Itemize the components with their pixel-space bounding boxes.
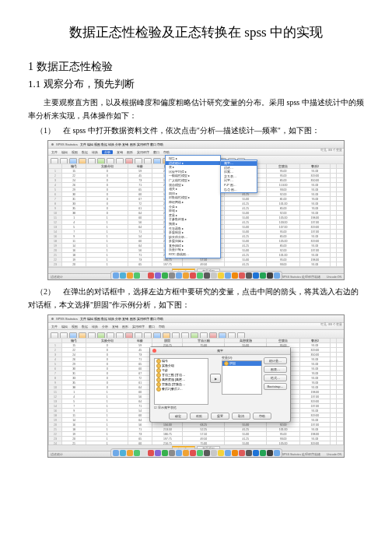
screenshot-1: SPSS Statistics 文件 编辑 视图 数据 转换 分析 直销 图形 … [47,140,345,280]
section-1: 1 数据正态性检验 [28,60,364,74]
dialog-title: 频率 [150,347,290,355]
app-menubar[interactable]: 文件编辑视图数据转换分析直销图形实用程序窗口帮助 [48,323,344,330]
move-right-button[interactable]: ▶ [210,374,221,383]
screenshot-2: SPSS Statistics 文件 编辑 视图 数据 转换 分析 直销 图形 … [47,314,345,458]
reset-button[interactable]: 重置 [211,413,229,420]
paste-button[interactable]: 粘贴 [190,413,208,420]
descriptives-submenu[interactable]: 频率…描述…探索…交叉表…比率…P-P 图…Q-Q 图… [220,160,257,193]
source-vars-list[interactable]: 编号实验分组年龄甘油三酯 [甘油…高密度脂 [高密…空腹血 [空腹血…餐后2 [… [154,358,208,405]
status-bar: 描述统计IBM SPSS Statistics 处理程序就绪 Unicode:O… [48,451,344,457]
help-button[interactable]: 帮助 [253,413,271,420]
analyze-menu[interactable]: 报告 ▸描述统计 ▸表 ▸比较平均值 ▸一般线性模型 ▸广义线性模型 ▸混合模型… [165,155,221,258]
mac-menubar: SPSS Statistics 文件 编辑 视图 数据 转换 分析 直销 图形 … [48,315,344,323]
bootstrap-button[interactable]: Bootstrap… [264,383,287,390]
target-vars-list[interactable]: 胆固 [222,360,262,395]
statistics-button[interactable]: 统计量… [264,357,287,364]
visible-vars-label: 可见: 8/8 个变量 [320,323,342,326]
doc-title: 数据正态性检验及正态转换在 spss 中的实现 [28,23,364,41]
cancel-button[interactable]: 取消 [232,413,250,420]
format-button[interactable]: 格式… [264,374,287,381]
visible-vars-label: 可见: 8/8 个变量 [320,149,342,152]
ok-button[interactable]: 确定 [169,413,187,420]
mac-menubar: SPSS Statistics 文件 编辑 视图 数据 转换 分析 直销 图形 … [48,141,344,149]
section-1-1: 1.1 观察分布，预先判断 [28,77,364,91]
charts-button[interactable]: 图表… [264,366,287,373]
status-bar: 描述统计IBM SPSS Statistics 处理程序就绪 Unicode:O… [48,273,344,279]
show-freq-checkbox[interactable]: ☑ 显示频率表格 [154,406,177,409]
close-icon[interactable] [152,349,156,353]
frequency-dialog[interactable]: 频率 编号实验分组年龄甘油三酯 [甘油…高密度脂 [高密…空腹血 [空腹血…餐后… [149,346,291,423]
step-1: （1） 在 spss 中打开数据资料文件，依次点击"分析—描述统计—频率"，如下… [28,124,364,137]
target-label: 变量(V): [222,356,233,360]
intro-paragraph: 主要观察直方图，以及根据峰度和偏度粗略估计研究变量的分布。采用 spss 中描述… [28,96,364,122]
step-2: （2） 在弹出的对话框中，选择左边方框中要研究的变量，点击中间的箭头，将其选入右… [28,285,364,311]
